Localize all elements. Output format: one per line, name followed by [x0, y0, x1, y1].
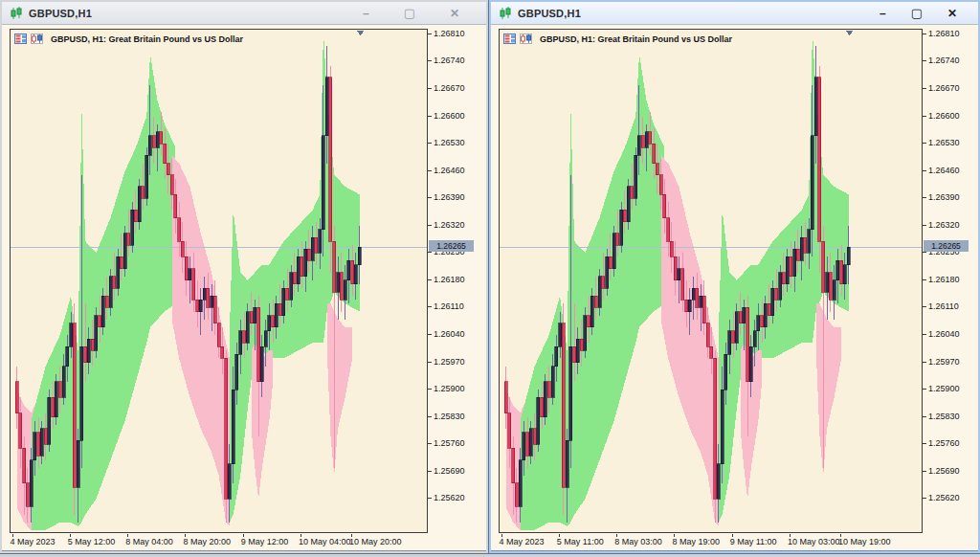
candle-body: [631, 187, 634, 198]
candle-body: [688, 300, 691, 311]
time-axis[interactable]: 4 May 20235 May 11:008 May 03:008 May 19…: [499, 534, 980, 549]
chart-shift-marker-icon[interactable]: [846, 31, 854, 35]
candle-body: [559, 323, 562, 346]
price-axis[interactable]: 1.268101.267401.266701.266001.265301.264…: [428, 29, 487, 533]
candle-body: [164, 144, 167, 163]
time-axis[interactable]: 4 May 20235 May 12:008 May 04:008 May 20…: [10, 534, 485, 549]
price-tick: [923, 60, 926, 61]
price-axis-label: 1.25970: [928, 357, 960, 367]
price-tick: [428, 225, 432, 226]
candlestick-chart-icon: [499, 7, 512, 20]
candle-body: [37, 433, 40, 456]
candle-body: [80, 346, 83, 440]
indicator-candles-icon[interactable]: [31, 33, 43, 44]
candle-body: [170, 175, 173, 194]
candle-body: [33, 433, 36, 460]
maximize-button[interactable]: ▢: [404, 8, 415, 19]
candle-body: [667, 218, 670, 241]
candle-body: [272, 316, 275, 327]
candle-body: [580, 339, 583, 350]
minimize-button[interactable]: –: [363, 8, 369, 19]
chart-description: GBPUSD, H1: Great Britain Pound vs US Do…: [540, 34, 732, 44]
candle-body: [685, 300, 688, 311]
candle-body: [329, 78, 332, 241]
candle-body: [167, 164, 169, 175]
candle-body: [109, 277, 112, 308]
candle-body: [192, 269, 195, 301]
candle-body: [337, 273, 340, 292]
candle-body: [95, 316, 98, 351]
candle-body: [127, 234, 130, 245]
time-axis-label: 5 May 11:00: [557, 537, 604, 546]
candle-body: [156, 132, 159, 147]
chart-canvas[interactable]: [500, 30, 922, 532]
candle-body: [790, 256, 792, 276]
candle-body: [749, 346, 752, 382]
titlebar[interactable]: GBPUSD,H1 – ▢ ✕: [491, 2, 978, 25]
close-button[interactable]: ✕: [450, 8, 459, 19]
price-tick: [428, 33, 432, 34]
candle-body: [319, 230, 322, 253]
minimize-button[interactable]: –: [880, 8, 886, 19]
candle-body: [779, 273, 782, 301]
chart-window-left[interactable]: GBPUSD,H1 – ▢ ✕: [0, 0, 488, 553]
price-axis-label: 1.26460: [928, 166, 960, 175]
maximize-button[interactable]: ▢: [911, 8, 923, 19]
price-tick: [923, 252, 926, 253]
candle-body: [160, 132, 163, 144]
candle-body: [257, 307, 260, 382]
candle-body: [616, 234, 619, 245]
chart-canvas[interactable]: [11, 30, 427, 532]
price-tick: [923, 443, 926, 444]
candle-body: [278, 303, 281, 315]
price-axis-label: 1.26390: [928, 192, 960, 202]
candle-body: [99, 316, 101, 327]
candle-body: [203, 288, 206, 300]
close-button[interactable]: ✕: [947, 8, 957, 19]
indicator-candles-icon[interactable]: [520, 33, 532, 44]
chart-shift-marker-icon[interactable]: [357, 31, 365, 35]
price-tick: [428, 60, 432, 61]
candle-body: [706, 323, 709, 346]
chart-plot[interactable]: GBPUSD, H1: Great Britain Pound vs US Do…: [10, 29, 428, 533]
candle-body: [199, 300, 202, 311]
indicator-table-icon[interactable]: [503, 33, 516, 44]
price-tick: [923, 362, 926, 363]
price-tick: [428, 170, 432, 171]
candle-body: [250, 312, 253, 323]
candle-body: [519, 460, 522, 507]
price-tick: [428, 143, 432, 144]
candle-body: [573, 346, 576, 362]
price-axis[interactable]: 1.268101.267401.266701.266001.265301.264…: [923, 29, 980, 533]
candle-body: [826, 273, 829, 292]
price-tick: [428, 416, 432, 417]
candle-body: [84, 346, 87, 362]
candle-body: [117, 256, 120, 288]
candle-body: [761, 316, 764, 327]
price-axis-label: 1.25690: [434, 466, 465, 476]
price-axis-label: 1.25760: [928, 438, 960, 448]
candle-body: [656, 164, 658, 175]
chart-window-right[interactable]: GBPUSD,H1 – ▢ ✕: [489, 0, 980, 553]
candle-body: [641, 136, 644, 147]
candle-body: [721, 390, 724, 464]
candle-body: [101, 296, 104, 327]
price-axis-label: 1.26740: [434, 56, 465, 65]
candle-body: [304, 249, 307, 277]
candle-body: [584, 316, 587, 351]
candle-body: [753, 331, 756, 346]
candle-body: [504, 382, 507, 413]
candle-body: [544, 382, 546, 417]
candle-body: [196, 300, 199, 311]
titlebar[interactable]: GBPUSD,H1 – ▢ ✕: [2, 2, 486, 25]
chart-plot[interactable]: GBPUSD, H1: Great Britain Pound vs US Do…: [499, 29, 923, 533]
candle-body: [541, 397, 544, 416]
candle-body: [566, 440, 568, 487]
candle-body: [282, 288, 285, 316]
price-tick: [923, 334, 926, 335]
price-axis-label: 1.25900: [434, 384, 465, 393]
price-tick: [428, 197, 432, 198]
price-tick: [923, 306, 926, 307]
window-title: GBPUSD,H1: [29, 8, 92, 19]
indicator-table-icon[interactable]: [14, 33, 27, 44]
